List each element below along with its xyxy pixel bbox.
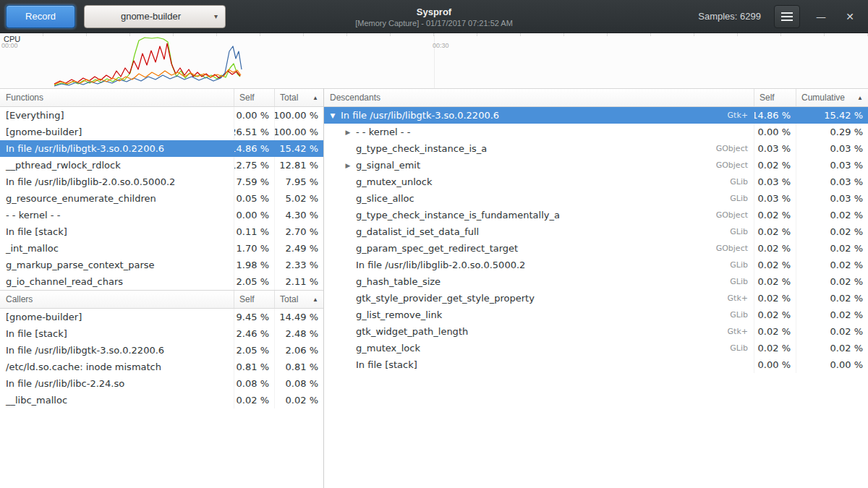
minimize-button[interactable]: — — [813, 5, 829, 28]
library-badge: GLib — [730, 190, 754, 207]
table-row[interactable]: g_io_channel_read_chars2.05 %2.11 % — [0, 273, 323, 290]
collapse-arrow-icon[interactable]: ▼ — [327, 107, 339, 124]
expand-arrow-icon[interactable]: ▶ — [342, 157, 354, 174]
table-row[interactable]: In file [stack]0.11 %2.70 % — [0, 223, 323, 240]
total-percent: 15.42 % — [274, 140, 323, 157]
function-name: g_mutex_lock — [354, 340, 730, 356]
table-row[interactable]: __pthread_rwlock_rdlock12.75 %12.81 % — [0, 157, 323, 174]
table-row[interactable]: g_markup_parse_context_parse1.98 %2.33 % — [0, 257, 323, 273]
expander-spacer — [342, 223, 354, 240]
hamburger-menu-button[interactable] — [774, 5, 800, 28]
library-badge: GLib — [730, 340, 754, 356]
table-row[interactable]: g_list_remove_linkGLib0.02 %0.02 % — [324, 307, 868, 323]
table-row[interactable]: In file /usr/lib/libglib-2.0.so.0.5000.2… — [324, 257, 868, 273]
expander-spacer — [342, 323, 354, 340]
window-subtitle: [Memory Capture] - 01/17/2017 07:21:52 A… — [355, 19, 513, 27]
callers-table-header: Callers Self Total ▲ — [0, 290, 323, 309]
table-row[interactable]: ▼In file /usr/lib/libgtk-3.so.0.2200.6Gt… — [324, 107, 868, 124]
self-percent: 0.03 % — [754, 190, 796, 207]
total-percent: 2.48 % — [274, 325, 323, 342]
expander-spacer — [342, 207, 354, 223]
function-name: In file /usr/lib/libgtk-3.so.0.2200.6 — [0, 140, 234, 157]
self-percent: 0.11 % — [234, 223, 274, 240]
table-row[interactable]: gtk_widget_path_lengthGtk+0.02 %0.02 % — [324, 323, 868, 340]
library-badge: Gtk+ — [728, 107, 754, 124]
self-percent: 0.02 % — [754, 223, 796, 240]
function-name: In file /usr/lib/libgtk-3.so.0.2200.6 — [339, 107, 728, 124]
function-name: [gnome-builder] — [0, 124, 234, 140]
table-row[interactable]: [gnome-builder]26.51 %100.00 % — [0, 124, 323, 140]
function-name: gtk_style_provider_get_style_property — [354, 290, 728, 307]
function-name: __pthread_rwlock_rdlock — [0, 157, 234, 174]
table-row[interactable]: g_type_check_instance_is_aGObject0.03 %0… — [324, 140, 868, 157]
self-column-header[interactable]: Self — [754, 89, 796, 106]
total-percent: 5.02 % — [274, 190, 323, 207]
cumulative-percent: 0.02 % — [796, 257, 868, 273]
left-pane: Functions Self Total ▲ [Everything]0.00 … — [0, 88, 324, 488]
table-row[interactable]: In file /usr/lib/libgtk-3.so.0.2200.62.0… — [0, 342, 323, 359]
table-row[interactable]: g_datalist_id_set_data_fullGLib0.02 %0.0… — [324, 223, 868, 240]
self-percent: 0.02 % — [754, 257, 796, 273]
table-row[interactable]: ▶g_signal_emitGObject0.02 %0.03 % — [324, 157, 868, 174]
table-row[interactable]: [Everything]0.00 %100.00 % — [0, 107, 323, 124]
self-percent: 0.00 % — [234, 107, 274, 124]
self-percent: 0.81 % — [234, 359, 274, 375]
close-button[interactable]: ✕ — [842, 5, 858, 28]
table-row[interactable]: g_resource_enumerate_children0.05 %5.02 … — [0, 190, 323, 207]
self-percent: 0.00 % — [234, 207, 274, 223]
function-name: g_hash_table_size — [354, 273, 730, 290]
function-name: g_type_check_instance_is_a — [354, 140, 716, 157]
self-percent: 1.70 % — [234, 240, 274, 257]
expander-spacer — [342, 356, 354, 373]
table-row[interactable]: g_hash_table_sizeGLib0.02 %0.02 % — [324, 273, 868, 290]
total-column-header[interactable]: Total ▲ — [274, 89, 323, 106]
table-row[interactable]: gtk_style_provider_get_style_propertyGtk… — [324, 290, 868, 307]
cpu-graph-panel[interactable]: CPU 00:00 00:30 — [0, 33, 868, 88]
functions-table-header: Functions Self Total ▲ — [0, 88, 323, 107]
table-row[interactable]: ▶- - kernel - -0.00 %0.29 % — [324, 124, 868, 140]
expand-arrow-icon[interactable]: ▶ — [342, 124, 354, 140]
cumulative-percent: 0.02 % — [796, 307, 868, 323]
table-row[interactable]: g_mutex_unlockGLib0.03 %0.03 % — [324, 174, 868, 190]
table-row[interactable]: __libc_malloc0.02 %0.02 % — [0, 392, 323, 408]
table-row[interactable]: g_type_check_instance_is_fundamentally_a… — [324, 207, 868, 223]
total-percent: 0.81 % — [274, 359, 323, 375]
self-percent: 0.02 % — [754, 323, 796, 340]
total-percent: 2.70 % — [274, 223, 323, 240]
table-row[interactable]: /etc/ld.so.cache: inode mismatch0.81 %0.… — [0, 359, 323, 375]
cumulative-column-header[interactable]: Cumulative ▲ — [796, 89, 868, 106]
window-title: Sysprof — [417, 7, 451, 17]
library-badge: Gtk+ — [728, 323, 754, 340]
function-name: In file /usr/lib/libglib-2.0.so.0.5000.2 — [354, 257, 730, 273]
function-name: g_datalist_id_set_data_full — [354, 223, 730, 240]
table-row[interactable]: In file [stack]0.00 %0.00 % — [324, 356, 868, 373]
table-row[interactable]: In file /usr/lib/libc-2.24.so0.08 %0.08 … — [0, 375, 323, 392]
self-column-header[interactable]: Self — [234, 291, 274, 308]
table-row[interactable]: g_slice_allocGLib0.03 %0.03 % — [324, 190, 868, 207]
total-column-header[interactable]: Total ▲ — [274, 291, 323, 308]
table-row[interactable]: [gnome-builder]9.45 %14.49 % — [0, 309, 323, 325]
functions-column-header[interactable]: Functions — [0, 89, 234, 106]
self-column-header[interactable]: Self — [234, 89, 274, 106]
table-row[interactable]: In file /usr/lib/libgtk-3.so.0.2200.614.… — [0, 140, 323, 157]
total-percent: 100.00 % — [274, 124, 323, 140]
function-name: gtk_widget_path_length — [354, 323, 728, 340]
expander-spacer — [342, 290, 354, 307]
function-name: g_param_spec_get_redirect_target — [354, 240, 716, 257]
self-percent: 0.02 % — [754, 207, 796, 223]
function-name: __libc_malloc — [0, 392, 234, 408]
record-button[interactable]: Record — [6, 5, 75, 28]
descendants-column-header[interactable]: Descendants — [324, 89, 754, 106]
table-row[interactable]: g_param_spec_get_redirect_targetGObject0… — [324, 240, 868, 257]
table-row[interactable]: _int_malloc1.70 %2.49 % — [0, 240, 323, 257]
callers-column-header[interactable]: Callers — [0, 291, 234, 308]
library-badge: GObject — [716, 157, 754, 174]
self-percent: 2.46 % — [234, 325, 274, 342]
table-row[interactable]: - - kernel - -0.00 %4.30 % — [0, 207, 323, 223]
process-selector-dropdown[interactable]: gnome-builder ▾ — [84, 5, 226, 28]
sort-arrow-icon: ▲ — [312, 95, 318, 101]
table-row[interactable]: In file /usr/lib/libglib-2.0.so.0.5000.2… — [0, 174, 323, 190]
table-row[interactable]: g_mutex_lockGLib0.02 %0.02 % — [324, 340, 868, 356]
table-row[interactable]: In file [stack]2.46 %2.48 % — [0, 325, 323, 342]
self-percent: 1.98 % — [234, 257, 274, 273]
